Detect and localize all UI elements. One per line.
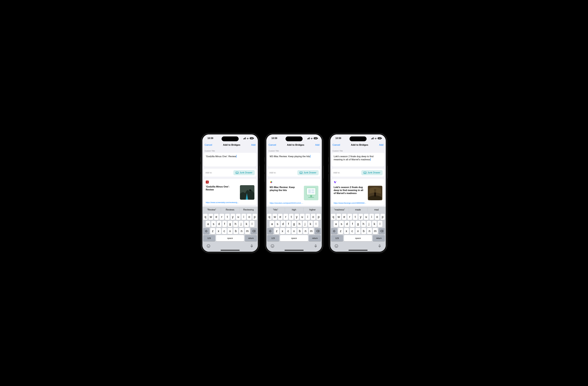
key-v[interactable]: v	[356, 228, 360, 234]
suggestion-2[interactable]: mad	[367, 207, 386, 213]
key-m[interactable]: m	[245, 228, 250, 234]
add-button[interactable]: Add	[251, 143, 255, 146]
key-k[interactable]: k	[244, 221, 249, 227]
key-j[interactable]: j	[239, 221, 243, 227]
backspace-key[interactable]	[251, 228, 257, 234]
numbers-key[interactable]: 123	[331, 235, 343, 241]
key-z[interactable]: z	[210, 228, 215, 234]
key-l[interactable]: l	[250, 221, 254, 227]
key-p[interactable]: p	[316, 214, 321, 220]
key-a[interactable]: a	[334, 221, 338, 227]
key-w[interactable]: w	[209, 214, 213, 220]
suggestion-2[interactable]: higher	[303, 207, 322, 213]
key-y[interactable]: y	[294, 214, 299, 220]
title-input[interactable]: Loki's season 2 finale dug deep to find …	[332, 153, 384, 166]
emoji-icon[interactable]	[271, 244, 274, 248]
key-u[interactable]: u	[364, 214, 369, 220]
key-q[interactable]: q	[267, 214, 272, 220]
numbers-key[interactable]: 123	[267, 235, 279, 241]
backspace-key[interactable]	[315, 228, 321, 234]
space-key[interactable]: space	[280, 235, 308, 241]
key-l[interactable]: l	[378, 221, 382, 227]
key-m[interactable]: m	[373, 228, 378, 234]
key-d[interactable]: d	[345, 221, 349, 227]
suggestion-1[interactable]: made	[349, 207, 367, 213]
key-h[interactable]: h	[233, 221, 238, 227]
home-indicator[interactable]	[221, 250, 240, 251]
dictation-icon[interactable]	[378, 244, 381, 248]
key-g[interactable]: g	[228, 221, 232, 227]
dictation-icon[interactable]	[250, 244, 253, 248]
key-e[interactable]: e	[214, 214, 219, 220]
key-c[interactable]: c	[286, 228, 291, 234]
key-f[interactable]: f	[222, 221, 227, 227]
key-b[interactable]: b	[233, 228, 238, 234]
key-z[interactable]: z	[274, 228, 279, 234]
emoji-icon[interactable]	[335, 244, 338, 248]
key-r[interactable]: r	[283, 214, 288, 220]
key-i[interactable]: i	[241, 214, 246, 220]
key-k[interactable]: k	[308, 221, 313, 227]
link-preview[interactable]: S 'Godzilla Minus One': Review https://w…	[204, 179, 256, 205]
key-j[interactable]: j	[367, 221, 371, 227]
dictation-icon[interactable]	[314, 244, 317, 248]
suggestion-1[interactable]: Reviews	[221, 207, 239, 213]
numbers-key[interactable]: 123	[203, 235, 215, 241]
key-i[interactable]: i	[369, 214, 374, 220]
key-y[interactable]: y	[358, 214, 363, 220]
key-h[interactable]: h	[361, 221, 366, 227]
key-f[interactable]: f	[286, 221, 291, 227]
return-key[interactable]: return	[309, 235, 321, 241]
key-k[interactable]: k	[372, 221, 377, 227]
title-input[interactable]: 'Godzilla Minus One': Review	[204, 153, 256, 166]
key-v[interactable]: v	[228, 228, 232, 234]
key-h[interactable]: h	[297, 221, 302, 227]
suggestion-2[interactable]: Reviewing	[239, 207, 258, 213]
shift-key[interactable]	[331, 228, 337, 234]
emoji-icon[interactable]	[207, 244, 210, 248]
key-o[interactable]: o	[375, 214, 379, 220]
key-n[interactable]: n	[367, 228, 372, 234]
key-c[interactable]: c	[350, 228, 355, 234]
cancel-button[interactable]: Cancel	[269, 143, 276, 146]
key-b[interactable]: b	[297, 228, 302, 234]
cancel-button[interactable]: Cancel	[333, 143, 340, 146]
key-x[interactable]: x	[344, 228, 349, 234]
destination-chip[interactable]: Junk Drawer	[361, 170, 383, 175]
key-a[interactable]: a	[270, 221, 274, 227]
shift-key[interactable]	[267, 228, 273, 234]
suggestion-0[interactable]: "hits"	[266, 207, 285, 213]
key-c[interactable]: c	[222, 228, 227, 234]
key-n[interactable]: n	[239, 228, 244, 234]
key-y[interactable]: y	[231, 214, 235, 220]
space-key[interactable]: space	[344, 235, 372, 241]
key-x[interactable]: x	[280, 228, 285, 234]
key-q[interactable]: q	[331, 214, 336, 220]
key-p[interactable]: p	[252, 214, 257, 220]
key-w[interactable]: w	[273, 214, 277, 220]
key-f[interactable]: f	[350, 221, 355, 227]
key-l[interactable]: l	[314, 221, 318, 227]
key-e[interactable]: e	[342, 214, 347, 220]
key-t[interactable]: t	[353, 214, 357, 220]
key-t[interactable]: t	[225, 214, 230, 220]
home-indicator[interactable]	[285, 250, 304, 251]
key-b[interactable]: b	[361, 228, 366, 234]
key-i[interactable]: i	[305, 214, 310, 220]
key-v[interactable]: v	[292, 228, 296, 234]
backspace-key[interactable]	[379, 228, 385, 234]
key-n[interactable]: n	[303, 228, 308, 234]
key-e[interactable]: e	[278, 214, 283, 220]
cancel-button[interactable]: Cancel	[205, 143, 212, 146]
suggestion-0[interactable]: "Review"	[202, 207, 221, 213]
key-d[interactable]: d	[281, 221, 285, 227]
link-preview[interactable]: Loki's season 2 finale dug deep to find …	[332, 179, 384, 205]
key-d[interactable]: d	[217, 221, 221, 227]
key-r[interactable]: r	[347, 214, 352, 220]
key-r[interactable]: r	[219, 214, 224, 220]
suggestion-0[interactable]: "madness"	[330, 207, 349, 213]
key-s[interactable]: s	[211, 221, 216, 227]
key-g[interactable]: g	[292, 221, 296, 227]
key-g[interactable]: g	[356, 221, 360, 227]
shift-key[interactable]	[203, 228, 210, 234]
